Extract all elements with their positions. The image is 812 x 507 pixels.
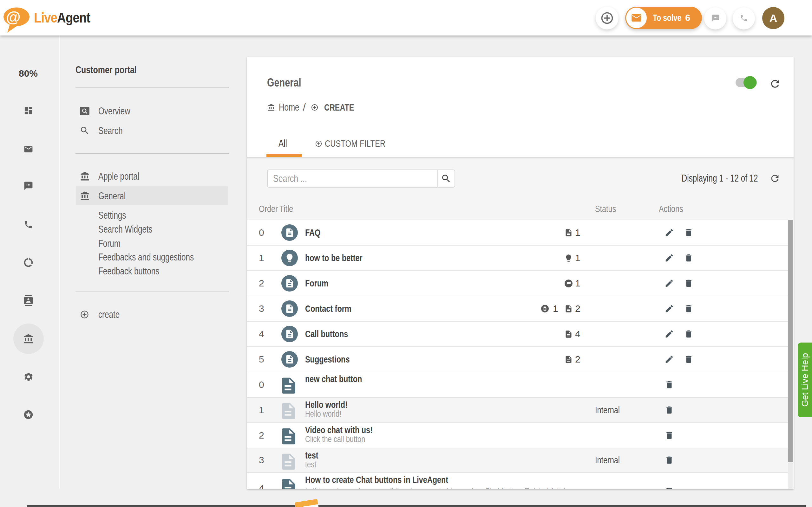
svg-text:@: @ <box>6 9 20 25</box>
